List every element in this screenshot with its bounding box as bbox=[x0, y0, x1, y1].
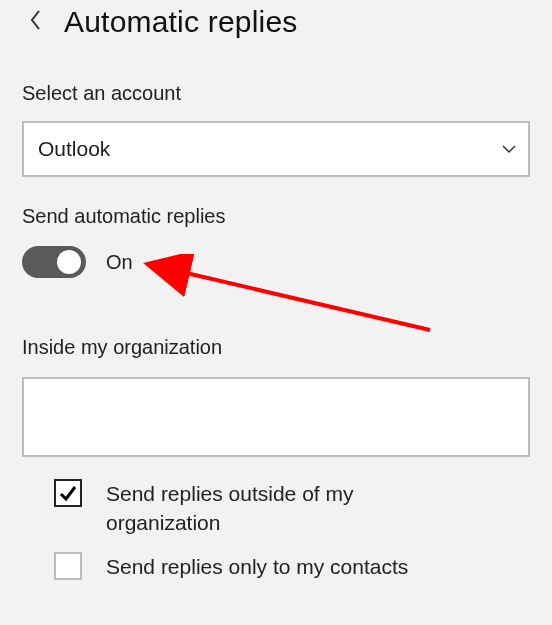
send-outside-checkbox[interactable] bbox=[54, 479, 82, 507]
inside-org-label: Inside my organization bbox=[22, 336, 530, 359]
auto-reply-state: On bbox=[106, 251, 133, 274]
chevron-left-icon bbox=[28, 9, 44, 35]
account-label: Select an account bbox=[22, 82, 530, 105]
inside-org-textarea[interactable] bbox=[22, 377, 530, 457]
auto-reply-label: Send automatic replies bbox=[22, 205, 530, 228]
contacts-only-label: Send replies only to my contacts bbox=[106, 552, 408, 581]
auto-reply-toggle[interactable] bbox=[22, 246, 86, 278]
back-button[interactable] bbox=[16, 2, 56, 42]
toggle-knob bbox=[57, 250, 81, 274]
send-outside-label: Send replies outside of my organization bbox=[106, 479, 466, 538]
svg-line-0 bbox=[182, 272, 430, 330]
check-icon bbox=[58, 483, 78, 503]
page-title: Automatic replies bbox=[64, 5, 298, 39]
account-select[interactable]: Outlook bbox=[22, 121, 530, 177]
contacts-only-checkbox[interactable] bbox=[54, 552, 82, 580]
account-selected-value: Outlook bbox=[38, 137, 110, 161]
